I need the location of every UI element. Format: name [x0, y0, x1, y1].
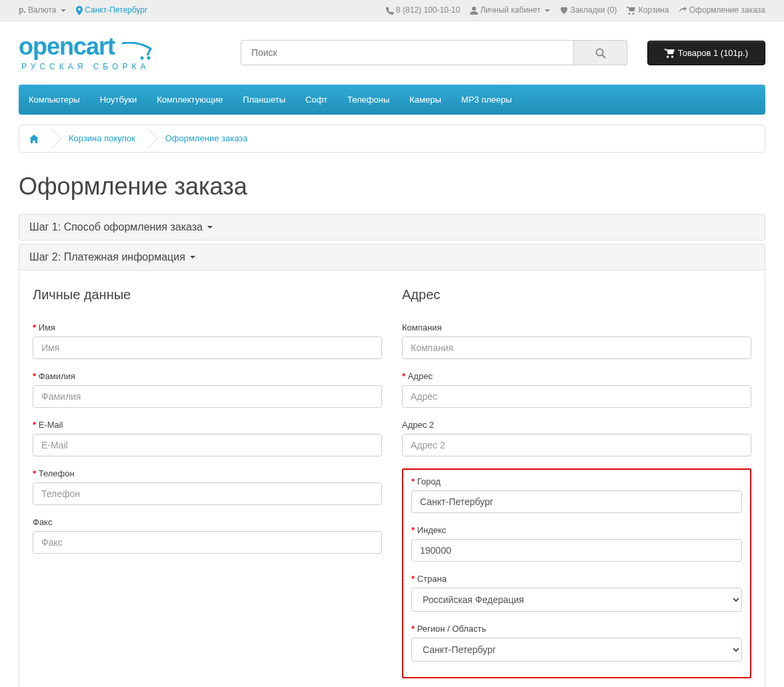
cart-icon [665, 49, 675, 58]
fax-input[interactable] [33, 531, 382, 554]
nav-cameras[interactable]: Камеры [399, 85, 451, 115]
lastname-input[interactable] [33, 385, 382, 408]
firstname-label: Имя [33, 323, 382, 333]
wishlist-text: Закладки (0) [570, 5, 617, 15]
breadcrumb-home[interactable] [29, 133, 39, 143]
city-selector[interactable]: Санкт-Петербург [76, 5, 147, 15]
address2-label: Адрес 2 [402, 420, 751, 430]
address2-input[interactable] [402, 434, 751, 456]
city-input[interactable] [411, 490, 742, 513]
wishlist-link[interactable]: Закладки (0) [560, 5, 617, 15]
svg-point-1 [147, 57, 150, 60]
chevron-down-icon [545, 9, 550, 12]
phone-input[interactable] [33, 482, 382, 505]
nav-components[interactable]: Комплектующие [147, 85, 233, 115]
breadcrumb-checkout[interactable]: Оформление заказа [165, 133, 248, 143]
user-icon [470, 7, 478, 15]
phone-link[interactable]: 8 (812) 100-10-10 [386, 5, 460, 15]
checkout-text: Оформление заказа [689, 5, 765, 15]
cart-button[interactable]: Товаров 1 (101р.) [647, 41, 765, 66]
lastname-label: Фамилия [33, 371, 382, 381]
currency-symbol: р. [19, 5, 26, 15]
city-label: Санкт-Петербург [85, 5, 147, 15]
company-input[interactable] [402, 337, 751, 359]
region-label: Регион / Область [411, 624, 742, 634]
step1-label: Шаг 1: Способ оформления заказа [29, 221, 203, 233]
search-icon [595, 48, 606, 59]
chevron-down-icon [190, 256, 195, 259]
svg-point-0 [140, 57, 143, 60]
logo-subtitle: Русская сборка [21, 62, 154, 71]
logo-text: opencart [19, 33, 115, 60]
email-label: E-Mail [33, 420, 382, 430]
logo-cart-icon [121, 42, 154, 62]
step2-heading[interactable]: Шаг 2: Платежная информация [19, 244, 765, 271]
email-input[interactable] [33, 434, 382, 456]
account-dropdown[interactable]: Личный кабинет [470, 5, 550, 15]
region-select[interactable]: Санкт-Петербург [411, 638, 742, 662]
nav-phones[interactable]: Телефоны [337, 85, 399, 115]
main-nav: Компьютеры Ноутбуки Комплектующие Планше… [19, 85, 765, 115]
country-select[interactable]: Российская Федерация [411, 588, 742, 612]
nav-computers[interactable]: Компьютеры [19, 85, 90, 115]
breadcrumb: Корзина покупок Оформление заказа [19, 125, 765, 153]
breadcrumb-cart[interactable]: Корзина покупок [69, 133, 135, 143]
personal-column: Личные данные Имя Фамилия E-Mail Телефон [33, 287, 382, 687]
top-bar: р. Валюта Санкт-Петербург 8 (812) 100-10… [0, 0, 784, 21]
nav-mp3[interactable]: MP3 плееры [451, 85, 522, 115]
page-title: Оформление заказа [19, 173, 765, 201]
svg-line-3 [602, 55, 605, 59]
cart-icon [627, 7, 636, 15]
phone-label: Телефон [33, 468, 382, 478]
postcode-input[interactable] [411, 539, 742, 562]
cart-button-text: Товаров 1 (101р.) [678, 48, 748, 58]
currency-text: Валюта [28, 5, 56, 15]
nav-software[interactable]: Софт [295, 85, 337, 115]
city-label: Город [411, 476, 742, 486]
nav-tablets[interactable]: Планшеты [233, 85, 295, 115]
chevron-down-icon [207, 226, 213, 229]
step2-label: Шаг 2: Платежная информация [29, 251, 185, 263]
address1-label: Адрес [402, 371, 751, 381]
heart-icon [560, 7, 568, 15]
account-text: Личный кабинет [480, 5, 540, 15]
phone-icon [386, 7, 394, 15]
firstname-input[interactable] [33, 337, 382, 359]
fax-label: Факс [33, 517, 382, 527]
map-marker-icon [76, 6, 83, 15]
address-column: Адрес Компания Адрес Адрес 2 Город [402, 287, 751, 687]
search-bar [241, 40, 627, 65]
step2-body: Личные данные Имя Фамилия E-Mail Телефон [19, 274, 765, 687]
personal-heading: Личные данные [33, 287, 382, 309]
logo[interactable]: opencart Русская сборка [19, 35, 154, 71]
header: opencart Русская сборка Товаров 1 (101р.… [0, 21, 784, 85]
cart-text: Корзина [639, 5, 669, 15]
address1-input[interactable] [402, 385, 751, 408]
chevron-down-icon [61, 9, 66, 12]
svg-point-2 [596, 49, 603, 56]
address-heading: Адрес [402, 287, 751, 309]
search-button[interactable] [574, 40, 627, 65]
currency-dropdown[interactable]: р. Валюта [19, 5, 66, 15]
home-icon [29, 135, 39, 144]
postcode-label: Индекс [411, 525, 742, 535]
highlighted-region: Город Индекс Страна Российская Федерация [402, 468, 751, 678]
topnav-cart-link[interactable]: Корзина [627, 5, 669, 15]
search-input[interactable] [241, 40, 574, 65]
phone-text: 8 (812) 100-10-10 [396, 5, 460, 15]
nav-laptops[interactable]: Ноутбуки [90, 85, 147, 115]
topnav-checkout-link[interactable]: Оформление заказа [679, 5, 765, 15]
country-label: Страна [411, 574, 742, 584]
share-icon [679, 7, 687, 15]
company-label: Компания [402, 323, 751, 333]
step1-heading[interactable]: Шаг 1: Способ оформления заказа [19, 214, 765, 241]
